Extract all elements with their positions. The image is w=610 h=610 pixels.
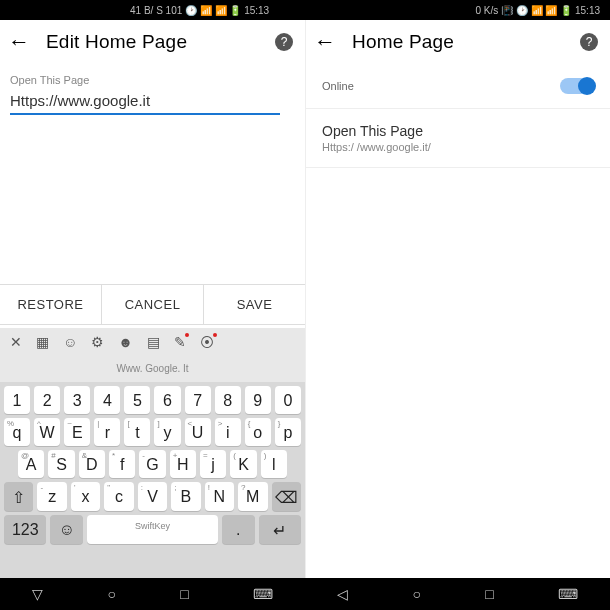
cancel-button[interactable]: CANCEL [102, 285, 204, 324]
open-this-page-row[interactable]: Open This Page Https:/ /www.google.it/ [306, 109, 610, 168]
key-G[interactable]: -G [139, 450, 165, 478]
key-x[interactable]: 'x [71, 482, 100, 511]
key-o[interactable]: {o [245, 418, 271, 446]
appbar-right: ← Home Page ? [306, 20, 610, 64]
key-q[interactable]: %q [4, 418, 30, 446]
key-⌫[interactable]: ⌫ [272, 482, 301, 511]
open-page-url: Https:/ /www.google.it/ [322, 141, 594, 153]
key-W[interactable]: ^W [34, 418, 60, 446]
pin-icon[interactable]: ✎ [174, 334, 186, 350]
key-U[interactable]: <U [185, 418, 211, 446]
key-t[interactable]: [t [124, 418, 150, 446]
key-z[interactable]: -z [37, 482, 66, 511]
key-N[interactable]: !N [205, 482, 234, 511]
theme-icon[interactable]: ☻ [118, 334, 133, 350]
gear-icon[interactable]: ⚙ [91, 334, 104, 350]
key-6[interactable]: 6 [154, 386, 180, 414]
sticker-icon[interactable]: ☺ [63, 334, 77, 350]
key-123[interactable]: 123 [4, 515, 46, 544]
key-2[interactable]: 2 [34, 386, 60, 414]
toggle-label: Online [322, 80, 354, 92]
key-1[interactable]: 1 [4, 386, 30, 414]
key-E[interactable]: ~E [64, 418, 90, 446]
key-B[interactable]: ;B [171, 482, 200, 511]
page-title: Home Page [352, 31, 454, 53]
status-bar: 41 B/ S 101 🕑 📶 📶 🔋 15:13 0 K/s 📳 🕑 📶 📶 … [0, 0, 610, 20]
key-emoji[interactable]: ☺ [50, 515, 83, 544]
clipboard-icon[interactable]: ▤ [147, 334, 160, 350]
nav-back-icon[interactable]: ◁ [337, 586, 348, 602]
location-icon[interactable]: ⦿ [200, 334, 214, 350]
key-V[interactable]: :V [138, 482, 167, 511]
key-r[interactable]: |r [94, 418, 120, 446]
back-arrow-icon[interactable]: ← [8, 29, 30, 55]
nav-recent-icon[interactable]: □ [180, 586, 188, 602]
online-toggle-row[interactable]: Online [306, 64, 610, 109]
key-p[interactable]: }p [275, 418, 301, 446]
keyboard-suggestion[interactable]: Www. Google. It [0, 356, 305, 382]
nav-keyboard-icon[interactable]: ⌨ [253, 586, 273, 602]
key-5[interactable]: 5 [124, 386, 150, 414]
button-row: RESTORE CANCEL SAVE [0, 284, 305, 325]
field-label: Open This Page [0, 64, 305, 90]
key-enter[interactable]: ↵ [259, 515, 301, 544]
key-l[interactable]: )l [261, 450, 287, 478]
key-8[interactable]: 8 [215, 386, 241, 414]
key-4[interactable]: 4 [94, 386, 120, 414]
keyboard-toolbar: ✕ ▦ ☺ ⚙ ☻ ▤ ✎ ⦿ [0, 328, 305, 356]
nav-recent-icon[interactable]: □ [485, 586, 493, 602]
key-M[interactable]: ?M [238, 482, 267, 511]
page-title: Edit Home Page [46, 31, 187, 53]
key-D[interactable]: &D [79, 450, 105, 478]
key-c[interactable]: "c [104, 482, 133, 511]
status-right: 0 K/s 📳 🕑 📶 📶 🔋 15:13 [476, 5, 600, 16]
key-i[interactable]: >i [215, 418, 241, 446]
url-input[interactable] [10, 90, 280, 115]
close-icon[interactable]: ✕ [10, 334, 22, 350]
key-S[interactable]: #S [48, 450, 74, 478]
key-⇧[interactable]: ⇧ [4, 482, 33, 511]
nav-keyboard-icon[interactable]: ⌨ [558, 586, 578, 602]
key-dot[interactable]: . [222, 515, 255, 544]
nav-back-icon[interactable]: ▽ [32, 586, 43, 602]
key-K[interactable]: (K [230, 450, 256, 478]
back-arrow-icon[interactable]: ← [314, 29, 336, 55]
key-7[interactable]: 7 [185, 386, 211, 414]
help-icon[interactable]: ? [275, 33, 293, 51]
key-space[interactable]: SwiftKey [87, 515, 218, 544]
key-H[interactable]: +H [170, 450, 196, 478]
android-navbar: ▽ ○ □ ⌨ ◁ ○ □ ⌨ [0, 578, 610, 610]
restore-button[interactable]: RESTORE [0, 285, 102, 324]
appbar-left: ← Edit Home Page ? [0, 20, 305, 64]
key-3[interactable]: 3 [64, 386, 90, 414]
key-0[interactable]: 0 [275, 386, 301, 414]
key-f[interactable]: *f [109, 450, 135, 478]
key-j[interactable]: =j [200, 450, 226, 478]
keyboard: 1234567890 %q^W~E|r[t]y<U>i{o}p @A#S&D*f… [0, 382, 305, 578]
nav-home-icon[interactable]: ○ [107, 586, 115, 602]
home-page-screen: ← Home Page ? Online Open This Page Http… [305, 20, 610, 578]
help-icon[interactable]: ? [580, 33, 598, 51]
nav-home-icon[interactable]: ○ [412, 586, 420, 602]
status-left: 41 B/ S 101 🕑 📶 📶 🔋 15:13 [130, 5, 269, 16]
key-A[interactable]: @A [18, 450, 44, 478]
gif-icon[interactable]: ▦ [36, 334, 49, 350]
key-y[interactable]: ]y [154, 418, 180, 446]
edit-home-page-screen: ← Edit Home Page ? Open This Page RESTOR… [0, 20, 305, 578]
key-9[interactable]: 9 [245, 386, 271, 414]
open-page-title: Open This Page [322, 123, 594, 139]
toggle-switch[interactable] [560, 78, 594, 94]
save-button[interactable]: SAVE [204, 285, 305, 324]
